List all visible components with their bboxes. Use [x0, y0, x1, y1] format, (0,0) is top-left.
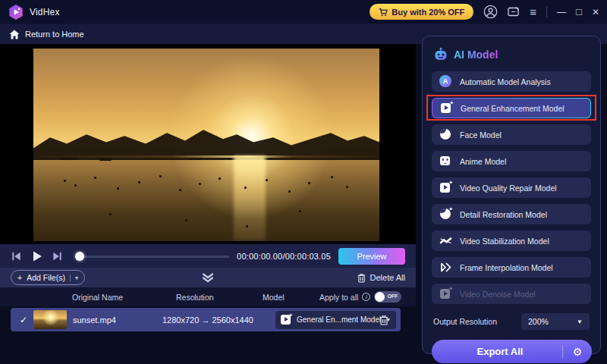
- thumbnail-sun: [33, 310, 67, 329]
- enhancement-icon: ✦: [440, 102, 453, 115]
- model-item-denoise[interactable]: ✦ Video Denoise Model: [432, 284, 591, 304]
- titlebar-separator: [546, 7, 547, 17]
- sun-reflection: [234, 156, 265, 241]
- add-files-label: Add File(s): [27, 273, 65, 282]
- file-name: sunset.mp4: [73, 315, 116, 325]
- app-name: VidHex: [30, 7, 60, 17]
- video-stage: [0, 44, 416, 244]
- return-home-label: Return to Home: [25, 30, 84, 39]
- titlebar: VidHex Buy with 20% OFF ≡ — □ ✕: [0, 0, 607, 24]
- preview-button[interactable]: Preview: [338, 248, 405, 265]
- cart-icon: [379, 8, 388, 17]
- gear-icon[interactable]: ⚙: [563, 347, 592, 357]
- boat-silhouette: [99, 158, 112, 161]
- row-delete-button[interactable]: [379, 315, 388, 325]
- ai-panel-title: AI Model: [454, 49, 498, 61]
- select-caret-icon: ▼: [577, 318, 583, 325]
- analysis-icon: A: [439, 75, 452, 88]
- row-check-icon[interactable]: ✓: [20, 315, 27, 325]
- play-button[interactable]: [31, 250, 45, 262]
- interpolation-icon: [439, 261, 452, 274]
- previous-frame-button[interactable]: [11, 250, 24, 262]
- file-resolution: 1280x720 → 2560x1440: [162, 315, 253, 325]
- apply-to-all-label: Apply to all: [319, 293, 358, 302]
- menu-icon[interactable]: ≡: [530, 6, 536, 17]
- table-row[interactable]: ✓ sunset.mp4 1280x720 → 2560x1440 ✦ Gene…: [11, 308, 401, 331]
- buy-offer-label: Buy with 20% OFF: [392, 8, 464, 17]
- model-item-face[interactable]: Face Model: [432, 124, 591, 145]
- trash-icon: [379, 315, 388, 325]
- player-bar: 00:00:00.00/00:00:03.05 Preview: [0, 244, 416, 268]
- horizon-line: [33, 155, 379, 158]
- model-list: A Automatic Model Analysis ✦ General Enh…: [432, 71, 591, 304]
- model-item-frame-interpolation[interactable]: Frame Interpolation Model: [432, 257, 591, 278]
- buoy-dots: [64, 180, 66, 182]
- video-preview[interactable]: [33, 49, 379, 241]
- delete-all-label: Delete All: [370, 273, 405, 282]
- next-frame-button[interactable]: [52, 250, 65, 262]
- account-icon[interactable]: [483, 5, 498, 19]
- seek-track: [75, 256, 229, 258]
- column-resolution: Resolution: [176, 293, 214, 302]
- add-files-button[interactable]: + Add File(s) ▾: [11, 270, 85, 285]
- row-model-dropdown[interactable]: ✦ General En...ment Model ▼: [275, 311, 396, 329]
- vidhex-logo-icon: [8, 4, 24, 20]
- video-thumbnail: [33, 310, 67, 329]
- collapse-panel-button[interactable]: [201, 273, 215, 283]
- info-icon[interactable]: i: [362, 293, 370, 301]
- output-resolution-label: Output Resolution: [433, 317, 497, 326]
- model-item-quality-repair[interactable]: ✦ Video Quality Repair Model: [432, 177, 591, 198]
- ai-model-panel: AI Model A Automatic Model Analysis ✦ Ge…: [422, 36, 601, 354]
- export-all-button[interactable]: Export All ⚙: [432, 340, 592, 363]
- column-original-name: Original Name: [72, 293, 123, 302]
- output-resolution-value: 200%: [528, 317, 549, 326]
- denoise-icon: ✦: [439, 287, 452, 300]
- row-model-label: General En...ment Model: [297, 315, 381, 324]
- restoration-icon: ✦: [439, 208, 452, 221]
- model-item-automatic-analysis[interactable]: A Automatic Model Analysis: [432, 71, 591, 92]
- seek-knob[interactable]: [75, 252, 84, 261]
- stabilization-icon: [439, 234, 452, 247]
- mountain-silhouette: [33, 122, 379, 161]
- boat-silhouette: [189, 158, 203, 160]
- model-item-stabilization[interactable]: Video Stabilization Model: [432, 231, 591, 251]
- model-item-general-enhancement[interactable]: ✦ General Enhancement Model: [432, 98, 591, 118]
- export-all-label: Export All: [432, 346, 562, 357]
- toggle-state-label: OFF: [387, 293, 398, 299]
- enhancement-icon: ✦: [281, 314, 292, 325]
- model-item-anime[interactable]: Anime Model: [432, 151, 591, 171]
- feedback-icon[interactable]: [508, 6, 520, 17]
- column-model: Model: [263, 293, 285, 302]
- robot-icon: [433, 47, 448, 62]
- plus-icon: +: [17, 273, 22, 282]
- anime-icon: [439, 155, 452, 168]
- trash-icon: [357, 273, 366, 283]
- close-icon[interactable]: ✕: [592, 8, 599, 17]
- file-table-header: Original Name Resolution Model Apply to …: [0, 287, 416, 306]
- seek-slider[interactable]: [75, 251, 229, 262]
- toggle-knob: [375, 292, 385, 302]
- buy-offer-button[interactable]: Buy with 20% OFF: [370, 4, 473, 20]
- home-icon: [9, 30, 20, 39]
- apply-to-all-toggle[interactable]: OFF: [374, 291, 401, 303]
- file-toolbar: + Add File(s) ▾ Delete All: [0, 268, 416, 287]
- timecode: 00:00:00.00/00:00:03.05: [237, 252, 331, 261]
- face-icon: [439, 128, 452, 141]
- delete-all-button[interactable]: Delete All: [357, 273, 405, 283]
- maximize-icon[interactable]: □: [576, 7, 582, 17]
- repair-icon: ✦: [439, 181, 452, 194]
- minimize-icon[interactable]: —: [557, 8, 566, 17]
- model-item-detail-restoration[interactable]: ✦ Detail Restoration Model: [432, 204, 591, 224]
- boat-silhouette: [61, 158, 77, 160]
- add-files-caret-icon[interactable]: ▾: [70, 275, 78, 281]
- output-resolution-select[interactable]: 200% ▼: [521, 313, 590, 330]
